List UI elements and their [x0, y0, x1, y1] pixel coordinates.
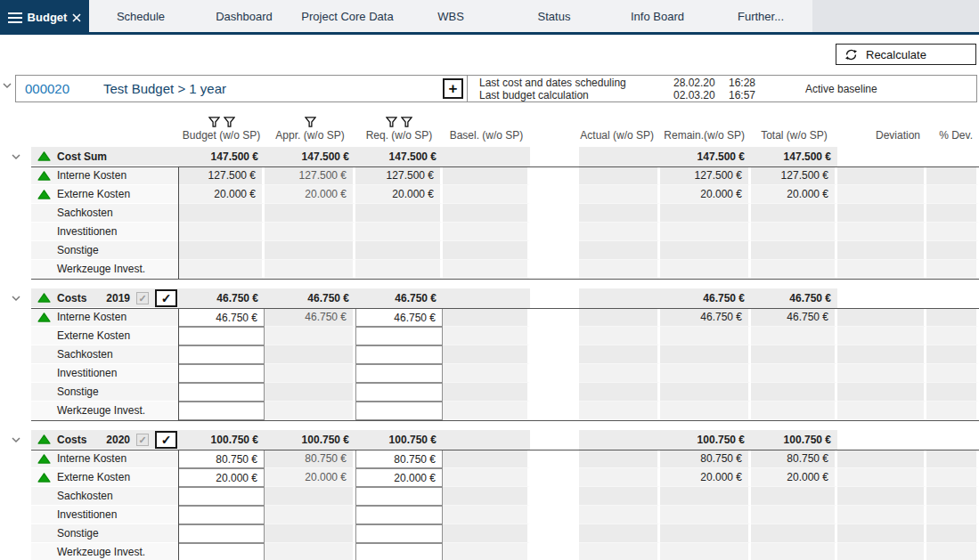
cost-type-label: Sonstige — [57, 383, 99, 401]
basel-cell — [443, 450, 530, 468]
req-cell[interactable] — [355, 364, 443, 383]
remain-cell — [660, 204, 751, 223]
remain-cell: 127.500 € — [660, 166, 751, 185]
budget-cell[interactable] — [178, 364, 265, 383]
budget-cell — [178, 204, 265, 223]
basel-cell — [443, 223, 530, 241]
budget-cell[interactable]: 46.750 € — [178, 308, 265, 327]
remain-cell — [660, 402, 751, 420]
scheduling-date: 28.02.20 — [673, 77, 729, 89]
tab-budget-active[interactable]: Budget — [0, 0, 89, 35]
column-gap — [530, 383, 579, 402]
recalculate-button[interactable]: Recalculate — [836, 44, 976, 65]
filter-icon[interactable] — [224, 117, 235, 127]
basel-cell — [443, 468, 530, 487]
cost-group: Costs 2019 ✓ ✓ 46.750 € 46.750 € 46.750 … — [0, 288, 979, 421]
total-cell — [751, 364, 837, 383]
tab-project-core-data[interactable]: Project Core Data — [296, 0, 399, 32]
cost-type-cell: Interne Kosten — [31, 308, 178, 327]
req-cell[interactable] — [355, 506, 443, 524]
hamburger-menu-icon[interactable] — [8, 12, 22, 23]
budget-cell[interactable]: 20.000 € — [178, 468, 265, 487]
tab-bar-corner — [812, 0, 979, 32]
group-remain-total: 147.500 € — [660, 147, 751, 166]
filter-icon[interactable] — [401, 117, 412, 127]
remain-cell — [660, 506, 751, 524]
cost-row: Investitionen — [0, 364, 979, 383]
project-id-field[interactable]: 000020 — [25, 81, 103, 96]
budget-cell[interactable]: 80.750 € — [178, 450, 265, 468]
cost-group: Cost Sum 147.500 € 147.500 € 147.500 € 1… — [0, 147, 979, 280]
add-button[interactable]: + — [443, 78, 463, 99]
tab-schedule[interactable]: Schedule — [89, 0, 192, 32]
req-cell[interactable]: 20.000 € — [355, 468, 443, 487]
deviation-cell — [837, 506, 926, 524]
column-gap — [530, 223, 579, 241]
group-actual-cell — [579, 430, 660, 450]
remain-cell — [660, 487, 751, 506]
total-cell — [751, 327, 837, 345]
total-cell: 80.750 € — [751, 450, 837, 468]
budget-cell[interactable] — [178, 345, 265, 364]
tab-wbs[interactable]: WBS — [399, 0, 502, 32]
approved-checkbox[interactable]: ✓ — [155, 289, 177, 307]
deviation-cell — [837, 364, 926, 383]
column-gap — [530, 204, 579, 223]
budget-cell[interactable] — [178, 383, 265, 402]
column-gap — [530, 364, 579, 383]
budget-cell[interactable] — [178, 402, 265, 420]
trend-up-icon — [37, 293, 51, 303]
group-rows: Interne Kosten 80.750 € 80.750 € 80.750 … — [0, 450, 979, 560]
approved-checkbox[interactable]: ✓ — [155, 431, 177, 449]
project-expander-chevron-down-icon[interactable] — [2, 82, 12, 89]
req-cell[interactable] — [355, 345, 443, 364]
remain-cell — [660, 345, 751, 364]
budget-cell[interactable] — [178, 506, 265, 524]
total-cell — [751, 383, 837, 402]
actual-cell — [579, 402, 660, 420]
req-cell[interactable] — [355, 524, 443, 543]
pdev-cell — [926, 524, 979, 543]
cost-row: Sachkosten — [0, 345, 979, 364]
cost-type-label: Investitionen — [57, 223, 117, 240]
filter-icon[interactable] — [305, 117, 316, 127]
appr-cell — [265, 260, 355, 279]
column-gap — [530, 506, 579, 524]
cost-type-label: Werkzeuge Invest. — [57, 260, 145, 278]
column-gap — [530, 260, 579, 279]
req-cell[interactable] — [355, 383, 443, 402]
chevron-down-icon[interactable] — [11, 436, 21, 443]
req-cell[interactable] — [355, 402, 443, 420]
tab-status[interactable]: Status — [502, 0, 606, 32]
tab-further[interactable]: Further... — [709, 0, 812, 32]
req-cell[interactable]: 80.750 € — [355, 450, 443, 468]
cost-type-cell: Investitionen — [31, 506, 178, 524]
req-cell[interactable] — [355, 543, 443, 560]
chevron-down-icon[interactable] — [11, 295, 21, 302]
req-cell[interactable] — [355, 327, 443, 345]
actual-cell — [579, 487, 660, 506]
budget-cell[interactable] — [178, 327, 265, 345]
budget-cell[interactable] — [178, 543, 265, 560]
cost-type-label: Werkzeuge Invest. — [57, 402, 145, 419]
basel-cell — [443, 308, 530, 327]
group-actual-cell — [579, 288, 660, 308]
basel-cell — [443, 166, 530, 185]
req-cell[interactable]: 46.750 € — [355, 308, 443, 327]
basel-cell — [443, 364, 530, 383]
filter-icon[interactable] — [208, 117, 220, 127]
cost-type-label: Externe Kosten — [57, 327, 130, 345]
project-name-field[interactable]: Test Budget > 1 year — [103, 81, 443, 96]
chevron-down-icon[interactable] — [11, 153, 21, 160]
group-rows: Interne Kosten 46.750 € 46.750 € 46.750 … — [0, 308, 979, 420]
actual-cell — [579, 345, 660, 364]
close-icon[interactable] — [72, 13, 81, 22]
tab-info-board[interactable]: Info Board — [606, 0, 709, 32]
filter-icon[interactable] — [386, 117, 397, 127]
budget-cell: 127.500 € — [178, 166, 265, 185]
budget-cell[interactable] — [178, 487, 265, 506]
budget-cell[interactable] — [178, 524, 265, 543]
req-cell[interactable] — [355, 487, 443, 506]
tab-dashboard[interactable]: Dashboard — [192, 0, 296, 32]
deviation-cell — [837, 204, 926, 223]
